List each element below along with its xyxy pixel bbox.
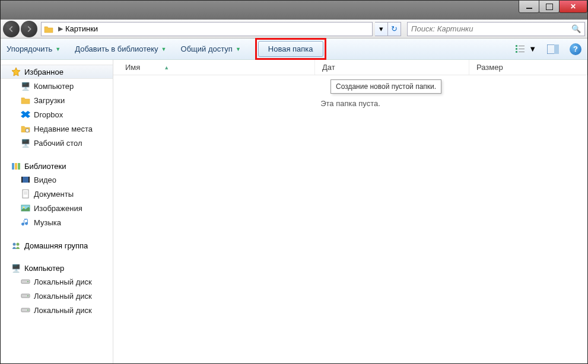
libraries-label: Библиотеки — [24, 162, 66, 171]
libraries-header[interactable]: Библиотеки — [1, 159, 113, 173]
organize-label: Упорядочить — [7, 44, 52, 53]
folder-icon — [21, 95, 30, 105]
sidebar-item-local-disk[interactable]: Локальный диск — [1, 274, 113, 289]
chevron-down-icon: ▼ — [55, 46, 61, 52]
new-folder-highlight: Новая папка — [255, 38, 326, 60]
svg-rect-5 — [519, 52, 525, 52]
add-to-library-menu[interactable]: Добавить в библиотеку▼ — [75, 44, 166, 53]
sidebar-item-music[interactable]: Музыка — [1, 215, 113, 229]
favorites-group: Избранное 🖥️Компьютер Загрузки Dropbox Н… — [1, 65, 113, 150]
sidebar-item-local-disk[interactable]: Локальный диск — [1, 303, 113, 317]
empty-folder-message: Эта папка пуста. — [113, 99, 587, 108]
sidebar-item-recent[interactable]: Недавние места — [1, 122, 113, 136]
desktop-icon: 🖥️ — [21, 138, 30, 148]
back-button[interactable] — [3, 21, 20, 37]
svg-rect-3 — [519, 46, 525, 46]
document-icon — [21, 189, 30, 199]
breadcrumb-separator: ▶ — [58, 25, 63, 33]
svg-point-21 — [17, 243, 20, 246]
column-name-header[interactable]: Имя▲ — [113, 60, 315, 75]
column-label: Имя — [125, 63, 140, 72]
sidebar-item-label: Локальный диск — [34, 306, 92, 315]
sidebar-item-documents[interactable]: Документы — [1, 187, 113, 201]
sidebar-item-computer[interactable]: 🖥️Компьютер — [1, 79, 113, 93]
address-bar[interactable]: ▶ Картинки — [41, 22, 373, 36]
address-dropdown[interactable]: ▾ — [375, 22, 388, 36]
computer-group: 🖥️ Компьютер Локальный диск Локальный ди… — [1, 261, 113, 317]
forward-button[interactable] — [21, 21, 37, 37]
preview-pane-button[interactable] — [547, 44, 559, 54]
column-date-header[interactable]: Дат — [315, 60, 469, 75]
svg-rect-11 — [18, 163, 20, 170]
share-label: Общий доступ — [181, 44, 233, 53]
explorer-window: ▶ Картинки ▾ ↻ 🔍 Упорядочить▼ Добавить в… — [0, 0, 588, 364]
titlebar[interactable] — [1, 1, 587, 20]
view-options-button[interactable]: ▼ — [516, 44, 536, 53]
minimize-button[interactable] — [519, 0, 539, 13]
drive-icon — [21, 277, 30, 286]
sidebar-item-video[interactable]: Видео — [1, 173, 113, 187]
svg-rect-9 — [12, 163, 14, 170]
sidebar-item-desktop[interactable]: 🖥️Рабочий стол — [1, 136, 113, 150]
search-input[interactable] — [411, 24, 571, 33]
sidebar-item-label: Музыка — [34, 218, 61, 227]
navigation-pane: Избранное 🖥️Компьютер Загрузки Dropbox Н… — [1, 60, 113, 363]
share-menu[interactable]: Общий доступ▼ — [181, 44, 241, 53]
chevron-down-icon: ▼ — [161, 46, 167, 52]
help-button[interactable]: ? — [570, 43, 581, 55]
search-icon: 🔍 — [571, 24, 581, 33]
favorites-label: Избранное — [24, 68, 63, 76]
organize-menu[interactable]: Упорядочить▼ — [7, 44, 61, 53]
svg-rect-0 — [516, 45, 517, 47]
recent-icon — [21, 124, 30, 133]
folder-icon — [44, 24, 53, 34]
pictures-icon — [21, 203, 30, 213]
sidebar-item-label: Изображения — [34, 204, 82, 213]
column-label: Размер — [476, 63, 503, 72]
svg-rect-2 — [516, 51, 517, 53]
svg-rect-13 — [21, 177, 23, 183]
svg-rect-10 — [15, 163, 17, 170]
sidebar-item-label: Локальный диск — [34, 277, 92, 286]
sidebar-item-local-disk[interactable]: Локальный диск — [1, 289, 113, 303]
sidebar-item-label: Видео — [34, 175, 56, 184]
svg-rect-14 — [28, 177, 30, 183]
column-size-header[interactable]: Размер — [469, 60, 587, 75]
sidebar-item-label: Компьютер — [34, 82, 74, 91]
navigation-row: ▶ Картинки ▾ ↻ 🔍 — [1, 20, 587, 39]
libraries-icon — [11, 161, 21, 171]
music-icon — [21, 218, 30, 227]
svg-rect-1 — [516, 48, 517, 50]
computer-icon: 🖥️ — [21, 81, 30, 91]
sidebar-item-label: Рабочий стол — [34, 139, 82, 148]
svg-rect-4 — [519, 49, 525, 49]
chevron-down-icon: ▼ — [236, 46, 241, 52]
drive-icon — [21, 305, 30, 315]
svg-point-23 — [27, 281, 28, 282]
sidebar-item-downloads[interactable]: Загрузки — [1, 93, 113, 107]
sidebar-item-label: Локальный диск — [34, 292, 92, 301]
homegroup-header[interactable]: Домашняя группа — [1, 239, 113, 252]
maximize-button[interactable] — [539, 0, 560, 13]
computer-label: Компьютер — [24, 264, 64, 273]
svg-rect-12 — [21, 177, 30, 183]
breadcrumb-location[interactable]: Картинки — [65, 24, 98, 33]
sidebar-item-dropbox[interactable]: Dropbox — [1, 107, 113, 122]
new-folder-button[interactable]: Новая папка — [258, 41, 323, 57]
favorites-header[interactable]: Избранное — [1, 65, 113, 79]
svg-point-20 — [13, 243, 16, 246]
video-icon — [21, 175, 30, 184]
new-folder-tooltip: Создание новой пустой папки. — [330, 79, 441, 94]
computer-header[interactable]: 🖥️ Компьютер — [1, 261, 113, 274]
search-box[interactable]: 🔍 — [407, 22, 585, 36]
computer-icon: 🖥️ — [11, 263, 21, 273]
sort-ascending-icon: ▲ — [164, 65, 169, 71]
add-library-label: Добавить в библиотеку — [75, 44, 158, 53]
chevron-down-icon: ▼ — [529, 44, 536, 53]
refresh-button[interactable]: ↻ — [388, 22, 401, 36]
sidebar-item-label: Недавние места — [34, 124, 93, 133]
sidebar-item-pictures[interactable]: Изображения — [1, 201, 113, 215]
new-folder-label: Новая папка — [268, 44, 313, 53]
close-button[interactable] — [559, 0, 587, 13]
homegroup-group: Домашняя группа — [1, 239, 113, 252]
